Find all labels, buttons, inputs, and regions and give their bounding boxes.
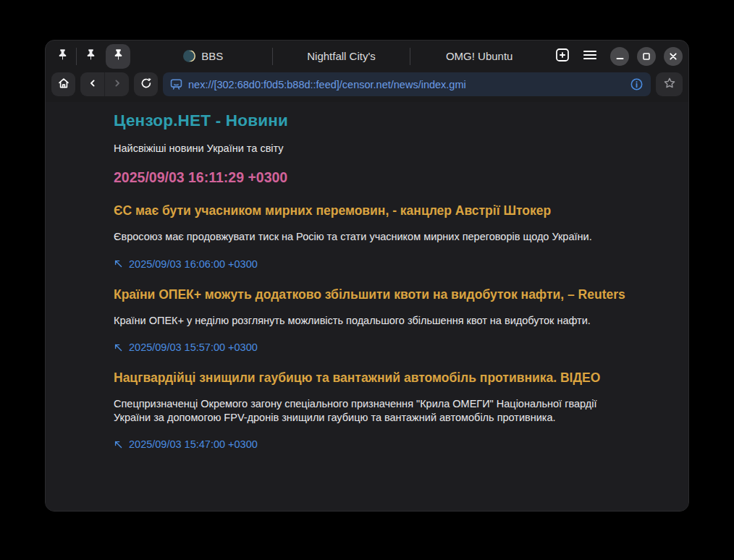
news-timestamp-link[interactable]: 2025/09/03 15:57:00 +0300 <box>114 341 258 353</box>
news-timestamp-link[interactable]: 2025/09/03 16:06:00 +0300 <box>114 258 258 270</box>
tab-label: BBS <box>201 50 223 62</box>
reload-button[interactable] <box>134 72 158 96</box>
feed-updated-heading: 2025/09/03 16:11:29 +0300 <box>114 169 659 186</box>
news-summary: Євросоюз має продовжувати тиск на Росію … <box>114 230 597 244</box>
refresh-icon <box>140 77 153 93</box>
pushpin-icon <box>112 48 125 64</box>
news-item: Нацгвардійці знищили гаубицю та вантажни… <box>114 370 659 450</box>
news-summary: Спецпризначенці Окремого загону спеціаль… <box>114 397 597 424</box>
page-content: Цензор.НЕТ - Новини Найсвіжіші новини Ук… <box>46 102 688 511</box>
news-title: Нацгвардійці знищили гаубицю та вантажни… <box>114 370 659 386</box>
close-x-icon <box>670 50 677 63</box>
tab-label: OMG! Ubuntu <box>446 50 513 62</box>
news-timestamp-link[interactable]: 2025/09/03 15:47:00 +0300 <box>114 438 258 450</box>
home-button[interactable] <box>51 72 75 96</box>
tab-bar: BBS Nightfall City's OMG! Ubuntu <box>46 41 688 72</box>
waning-crescent-moon-favicon <box>183 50 195 62</box>
tab-label: Nightfall City's <box>307 50 376 62</box>
minimize-dash-icon <box>616 50 624 63</box>
news-item: Країни ОПЕК+ можуть додатково збільшити … <box>114 287 659 354</box>
maximize-square-icon <box>643 50 650 63</box>
maximize-button[interactable] <box>637 47 656 66</box>
tab-strip: BBS Nightfall City's OMG! Ubuntu <box>135 41 548 72</box>
navigation-bar: nex://[302:68d0:f0d5:b88d::feed]/censor.… <box>46 72 688 102</box>
arrow-up-left-icon <box>114 259 123 268</box>
back-forward-group <box>80 72 129 96</box>
news-timestamp: 2025/09/03 16:06:00 +0300 <box>129 258 258 270</box>
home-icon <box>57 77 70 93</box>
news-title: Країни ОПЕК+ можуть додатково збільшити … <box>114 287 659 302</box>
forward-button-disabled[interactable] <box>105 72 129 96</box>
news-title: ЄС має бути учасником мирних перемовин, … <box>114 203 659 219</box>
url-bar[interactable]: nex://[302:68d0:f0d5:b88d::feed]/censor.… <box>163 72 651 96</box>
minimize-button[interactable] <box>610 47 629 66</box>
pin-separator <box>76 48 77 65</box>
close-button[interactable] <box>664 47 683 66</box>
page-subtitle: Найсвіжіші новини України та світу <box>114 143 659 154</box>
news-item: ЄС має бути учасником мирних перемовин, … <box>114 203 659 270</box>
tabbar-controls <box>548 47 683 66</box>
arrow-up-left-icon <box>114 440 123 449</box>
new-tab-button[interactable] <box>555 48 570 65</box>
pushpin-icon <box>56 48 69 64</box>
hamburger-menu-icon <box>583 49 597 64</box>
monitor-icon <box>169 77 183 91</box>
menu-button[interactable] <box>583 49 597 64</box>
tab-nightfall-citys[interactable]: Nightfall City's <box>273 41 410 72</box>
back-button[interactable] <box>80 72 104 96</box>
star-icon <box>663 77 676 93</box>
info-circle-icon[interactable] <box>630 77 644 91</box>
arrow-up-left-icon <box>114 343 123 352</box>
plus-in-box-icon <box>555 48 570 65</box>
news-timestamp: 2025/09/03 15:47:00 +0300 <box>129 438 258 450</box>
tab-bbs[interactable]: BBS <box>135 41 272 72</box>
chevron-left-icon <box>88 78 98 91</box>
news-summary: Країни ОПЕК+ у неділю розглянуть можливі… <box>114 314 597 328</box>
chevron-right-icon <box>112 78 122 91</box>
page-title: Цензор.НЕТ - Новини <box>114 111 659 130</box>
browser-window: BBS Nightfall City's OMG! Ubuntu <box>45 40 689 512</box>
pushpin-icon <box>85 48 97 64</box>
pinned-tab-2[interactable] <box>81 47 100 66</box>
pinned-tab-1[interactable] <box>53 47 72 66</box>
pinned-tab-3-active[interactable] <box>106 44 130 69</box>
bookmark-button[interactable] <box>656 72 683 96</box>
news-timestamp: 2025/09/03 15:57:00 +0300 <box>129 341 258 353</box>
url-text: nex://[302:68d0:f0d5:b88d::feed]/censor.… <box>188 79 625 90</box>
tab-omg-ubuntu[interactable]: OMG! Ubuntu <box>410 41 548 72</box>
